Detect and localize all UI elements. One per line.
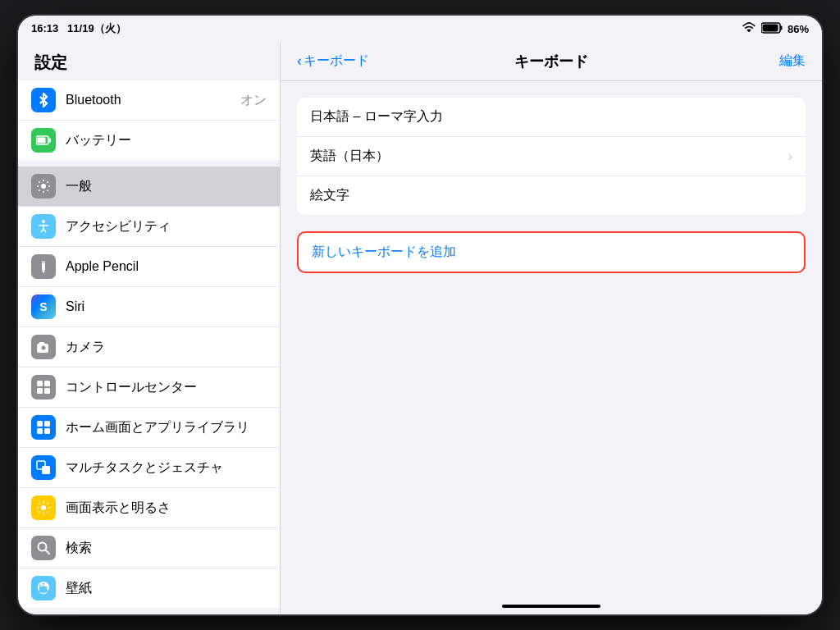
siri-label: Siri	[66, 299, 267, 314]
sidebar-item-home-screen[interactable]: ホーム画面とアプリライブラリ	[18, 408, 280, 448]
detail-content: 日本語 – ローマ字入力 英語（日本） › 絵文字 新しいキーボ	[281, 81, 822, 598]
back-button[interactable]: ‹ キーボード	[297, 52, 369, 70]
svg-point-9	[42, 220, 45, 223]
battery-percent: 86%	[788, 23, 809, 35]
sidebar-item-wallpaper[interactable]: 壁紙	[18, 568, 280, 608]
svg-rect-16	[37, 388, 43, 394]
bluetooth-label: Bluetooth	[66, 93, 240, 107]
add-keyboard-label: 新しいキーボードを追加	[312, 244, 456, 258]
svg-rect-21	[44, 428, 50, 434]
add-keyboard-button[interactable]: 新しいキーボードを追加	[299, 233, 804, 272]
svg-rect-7	[48, 139, 51, 143]
status-time: 16:13 11/19（火）	[31, 21, 126, 36]
sidebar-item-bluetooth[interactable]: Bluetooth オン	[18, 80, 280, 121]
detail-header: ‹ キーボード キーボード 編集	[281, 42, 822, 81]
status-bar: 16:13 11/19（火） 86%	[18, 16, 822, 42]
home-screen-icon	[31, 415, 56, 440]
sidebar-item-control-center[interactable]: コントロールセンター	[18, 368, 280, 408]
sidebar-item-camera[interactable]: カメラ	[18, 327, 280, 368]
control-center-icon	[31, 375, 56, 399]
bluetooth-icon	[31, 88, 56, 112]
svg-rect-19	[44, 421, 50, 427]
control-center-label: コントロールセンター	[66, 379, 267, 396]
apple-pencil-label: Apple Pencil	[66, 259, 267, 274]
status-right: 86%	[742, 21, 809, 38]
main-content: 設定 Bluetooth	[18, 42, 822, 614]
keyboard-item-english[interactable]: 英語（日本） ›	[297, 137, 806, 176]
sidebar-item-accessibility[interactable]: アクセシビリティ	[18, 207, 280, 247]
sidebar-item-display[interactable]: 画面表示と明るさ	[18, 488, 280, 528]
svg-marker-11	[42, 271, 45, 273]
add-keyboard-section: 新しいキーボードを追加	[297, 231, 806, 273]
multitask-icon	[31, 455, 56, 480]
display-icon	[31, 495, 56, 520]
edit-button[interactable]: 編集	[779, 52, 806, 70]
keyboard-item-japanese[interactable]: 日本語 – ローマ字入力	[297, 98, 806, 137]
camera-icon	[31, 335, 56, 359]
general-icon	[31, 174, 56, 199]
sidebar-item-general[interactable]: 一般	[18, 167, 280, 207]
keyboard-emoji-label: 絵文字	[310, 187, 792, 204]
sidebar-section-general: 一般 アクセシビリティ	[18, 167, 280, 608]
sidebar-item-siri[interactable]: S Siri	[18, 287, 280, 327]
battery-icon	[761, 22, 783, 36]
svg-rect-2	[780, 25, 783, 30]
keyboard-english-chevron-icon: ›	[788, 149, 792, 164]
sidebar-item-multitask[interactable]: マルチタスクとジェスチャ	[18, 448, 280, 488]
detail-panel: ‹ キーボード キーボード 編集 日本語 – ローマ字入力 英語（日本）	[281, 42, 822, 614]
camera-label: カメラ	[66, 339, 267, 356]
sidebar-title: 設定	[18, 42, 280, 80]
svg-rect-20	[37, 428, 43, 434]
search-label: 検索	[66, 540, 267, 557]
svg-rect-1	[762, 24, 778, 31]
sidebar-item-search[interactable]: 検索	[18, 528, 280, 568]
detail-title: キーボード	[514, 52, 588, 71]
back-chevron-icon: ‹	[297, 52, 302, 70]
svg-rect-15	[44, 381, 50, 386]
svg-line-26	[46, 550, 50, 555]
apple-pencil-icon	[31, 254, 56, 279]
svg-rect-6	[38, 138, 46, 144]
general-label: 一般	[66, 178, 267, 195]
svg-rect-18	[37, 421, 43, 427]
back-label: キーボード	[304, 52, 369, 70]
battery-menu-icon	[31, 128, 56, 153]
accessibility-label: アクセシビリティ	[66, 218, 267, 235]
scroll-indicator	[502, 605, 600, 608]
bluetooth-value: オン	[240, 92, 267, 109]
display-label: 画面表示と明るさ	[66, 500, 267, 517]
svg-rect-12	[42, 261, 45, 263]
svg-point-13	[42, 346, 46, 350]
keyboard-english-label: 英語（日本）	[310, 148, 788, 165]
svg-rect-23	[42, 466, 50, 474]
bottom-area	[281, 598, 822, 614]
svg-point-8	[41, 184, 46, 189]
search-menu-icon	[31, 536, 56, 560]
keyboard-japanese-label: 日本語 – ローマ字入力	[310, 108, 792, 126]
screen: 16:13 11/19（火） 86%	[18, 16, 822, 614]
wifi-icon	[742, 21, 756, 38]
svg-rect-17	[44, 388, 50, 394]
svg-rect-14	[37, 381, 43, 386]
battery-label: バッテリー	[66, 132, 267, 149]
siri-icon: S	[31, 294, 56, 319]
wallpaper-icon	[31, 576, 56, 600]
keyboard-item-emoji[interactable]: 絵文字	[297, 176, 806, 215]
keyboard-list: 日本語 – ローマ字入力 英語（日本） › 絵文字	[297, 98, 806, 215]
wallpaper-label: 壁紙	[66, 580, 267, 597]
sidebar-item-battery[interactable]: バッテリー	[18, 121, 280, 160]
home-screen-label: ホーム画面とアプリライブラリ	[66, 419, 267, 436]
multitask-label: マルチタスクとジェスチャ	[66, 459, 267, 477]
svg-point-24	[41, 505, 46, 510]
accessibility-icon	[31, 214, 56, 239]
sidebar: 設定 Bluetooth	[18, 42, 281, 614]
sidebar-item-apple-pencil[interactable]: Apple Pencil	[18, 247, 280, 287]
sidebar-section-top: Bluetooth オン バッテリー	[18, 80, 280, 160]
ipad-frame: 16:13 11/19（火） 86%	[18, 16, 822, 614]
